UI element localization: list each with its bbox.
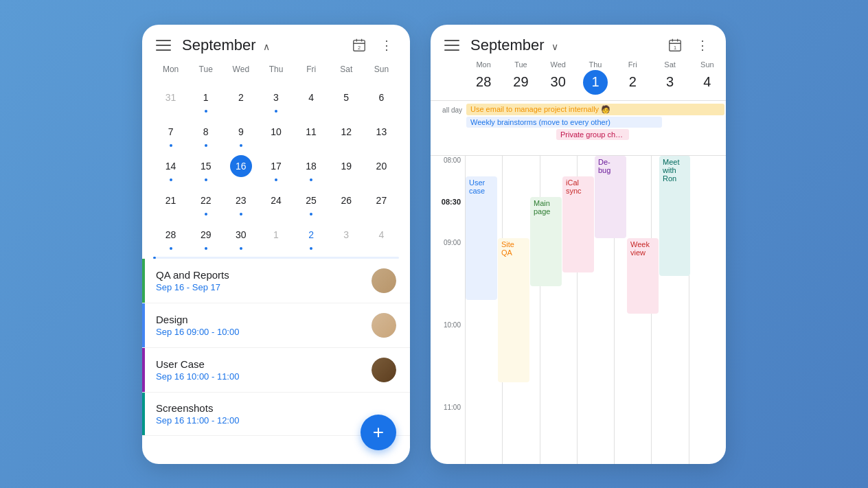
- time-col[interactable]: [614, 444, 651, 464]
- cal-day-today[interactable]: 16: [223, 150, 258, 184]
- calendar-today-icon[interactable]: 2: [350, 36, 369, 55]
- time-col[interactable]: [577, 279, 614, 321]
- right-panel: September ∨ 1 ⋮ Mon 28 Tue 29: [431, 25, 726, 464]
- event-item-qa-reports[interactable]: QA and Reports Sep 16 - Sep 17: [142, 259, 410, 303]
- week-day-col-sun[interactable]: Sun 4: [689, 60, 726, 95]
- cal-day[interactable]: 28: [153, 218, 188, 253]
- cal-day[interactable]: 25: [294, 184, 329, 218]
- time-col[interactable]: [651, 321, 688, 362]
- event-main-page[interactable]: Main page: [530, 197, 562, 286]
- time-col[interactable]: [689, 444, 726, 464]
- time-col[interactable]: [689, 362, 726, 403]
- time-col[interactable]: [614, 403, 651, 444]
- cal-day[interactable]: 17: [258, 150, 293, 184]
- cal-day[interactable]: 7: [153, 115, 188, 150]
- week-day-col-fri[interactable]: Fri 2: [614, 60, 651, 95]
- allday-event-email[interactable]: Use email to manage project internally 🧑: [466, 104, 724, 115]
- time-col[interactable]: [577, 444, 614, 464]
- time-col[interactable]: [689, 321, 726, 362]
- time-col[interactable]: [540, 444, 577, 464]
- cal-day[interactable]: 1: [188, 81, 223, 115]
- time-col[interactable]: [502, 403, 539, 444]
- time-col[interactable]: [577, 362, 614, 403]
- time-col[interactable]: [540, 362, 577, 403]
- time-col[interactable]: [689, 156, 726, 197]
- allday-event-private[interactable]: Private group chats: [556, 129, 629, 140]
- time-col[interactable]: [689, 403, 726, 444]
- cal-day[interactable]: 10: [258, 115, 293, 150]
- event-meet-ron[interactable]: Meet with Ron: [659, 156, 690, 276]
- event-ical-sync[interactable]: iCal sync: [562, 176, 594, 272]
- time-col[interactable]: [651, 362, 688, 403]
- time-col[interactable]: [689, 238, 726, 279]
- time-col[interactable]: [502, 444, 539, 464]
- week-day-col-sat[interactable]: Sat 3: [651, 60, 688, 95]
- event-item-user-case[interactable]: User Case Sep 16 10:00 - 11:00: [142, 348, 410, 393]
- week-1: 31 1 2 3 4 5 6: [153, 81, 399, 115]
- right-calendar-icon[interactable]: 1: [665, 36, 685, 55]
- cal-day[interactable]: 14: [153, 150, 188, 184]
- cal-day[interactable]: 6: [364, 81, 399, 115]
- time-col[interactable]: [577, 321, 614, 362]
- time-col[interactable]: [465, 444, 502, 464]
- right-more-options-icon[interactable]: ⋮: [693, 36, 712, 55]
- cal-day[interactable]: 5: [329, 81, 364, 115]
- time-col[interactable]: [465, 321, 502, 362]
- week-day-col-wed[interactable]: Wed 30: [540, 60, 577, 95]
- cal-day[interactable]: 27: [364, 184, 399, 218]
- time-col[interactable]: [502, 156, 539, 197]
- cal-day[interactable]: 3: [258, 81, 293, 115]
- allday-label: all day: [431, 104, 465, 114]
- right-menu-icon[interactable]: [444, 40, 459, 51]
- cal-day[interactable]: 31: [153, 81, 188, 115]
- menu-icon[interactable]: [156, 40, 171, 51]
- event-week-view[interactable]: Week view: [627, 238, 659, 314]
- cal-day[interactable]: 15: [188, 150, 223, 184]
- time-col[interactable]: [614, 362, 651, 403]
- cal-day[interactable]: 4: [364, 218, 399, 253]
- cal-day[interactable]: 9: [223, 115, 258, 150]
- cal-day[interactable]: 11: [294, 115, 329, 150]
- more-options-icon[interactable]: ⋮: [377, 36, 396, 55]
- time-col[interactable]: [651, 444, 688, 464]
- event-user-case[interactable]: User case: [466, 176, 497, 300]
- time-col[interactable]: [689, 279, 726, 321]
- cal-day[interactable]: 20: [364, 150, 399, 184]
- cal-day[interactable]: 18: [294, 150, 329, 184]
- fab-add-event[interactable]: +: [361, 415, 396, 450]
- cal-day[interactable]: 24: [258, 184, 293, 218]
- cal-day[interactable]: 8: [188, 115, 223, 150]
- time-col[interactable]: [465, 403, 502, 444]
- cal-day[interactable]: 4: [294, 81, 329, 115]
- time-col[interactable]: [689, 197, 726, 238]
- cal-day[interactable]: 19: [329, 150, 364, 184]
- week-day-col-thu[interactable]: Thu 1: [577, 60, 614, 95]
- cal-day[interactable]: 30: [223, 218, 258, 253]
- cal-day[interactable]: 13: [364, 115, 399, 150]
- time-col[interactable]: [577, 403, 614, 444]
- chevron-up-icon[interactable]: ∧: [263, 41, 270, 52]
- cal-day[interactable]: 1: [258, 218, 293, 253]
- event-debug[interactable]: De-bug: [595, 156, 626, 238]
- cal-day[interactable]: 21: [153, 184, 188, 218]
- time-col[interactable]: [465, 362, 502, 403]
- cal-day[interactable]: 2: [223, 81, 258, 115]
- allday-event-brainstorms[interactable]: Weekly brainstorms (move to every other): [466, 117, 662, 128]
- cal-day[interactable]: 3: [329, 218, 364, 253]
- cal-day[interactable]: 26: [329, 184, 364, 218]
- event-item-design[interactable]: Design Sep 16 09:00 - 10:00: [142, 303, 410, 348]
- time-col[interactable]: [651, 403, 688, 444]
- right-chevron-down-icon[interactable]: ∨: [551, 41, 558, 52]
- event-avatar: [372, 268, 396, 293]
- cal-day[interactable]: 22: [188, 184, 223, 218]
- week-day-col-mon[interactable]: Mon 28: [465, 60, 502, 95]
- week-day-col-tue[interactable]: Tue 29: [502, 60, 539, 95]
- time-col[interactable]: [540, 321, 577, 362]
- event-site-qa[interactable]: Site QA: [498, 238, 529, 382]
- time-col[interactable]: [614, 321, 651, 362]
- cal-day[interactable]: 29: [188, 218, 223, 253]
- time-col[interactable]: [540, 403, 577, 444]
- cal-day[interactable]: 12: [329, 115, 364, 150]
- cal-day[interactable]: 23: [223, 184, 258, 218]
- cal-day[interactable]: 2: [294, 218, 329, 253]
